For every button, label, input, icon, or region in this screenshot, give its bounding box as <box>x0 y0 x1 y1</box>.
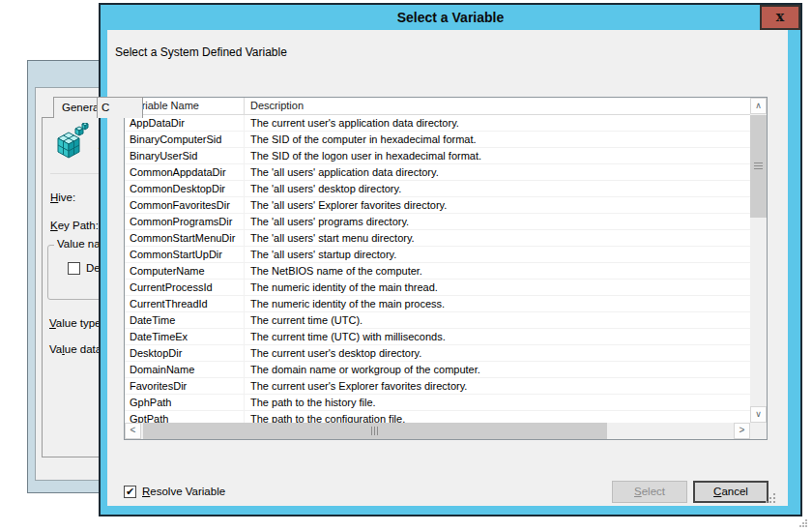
scroll-left-icon: < <box>130 425 136 435</box>
description-cell: The 'all users' programs directory. <box>245 214 750 229</box>
table-row[interactable]: CommonStartMenuDirThe 'all users' start … <box>125 230 750 247</box>
table-row[interactable]: GptPathThe path to the configuration fil… <box>125 411 750 423</box>
thumb-grip-icon <box>371 427 379 435</box>
scroll-down-button[interactable]: ∨ <box>750 406 767 423</box>
table-row[interactable]: DesktopDirThe current user's desktop dir… <box>125 345 750 362</box>
variable-name-cell: CurrentProcessId <box>125 280 245 295</box>
scroll-up-icon: ∧ <box>755 101 762 110</box>
description-cell: The 'all users' application data directo… <box>245 164 750 180</box>
default-checkbox[interactable] <box>68 262 80 275</box>
description-cell: The current user's application data dire… <box>245 115 750 131</box>
scroll-left-button[interactable]: < <box>125 423 141 439</box>
variable-name-cell: CommonFavoritesDir <box>125 197 245 213</box>
variable-name-cell: CommonAppdataDir <box>125 164 245 180</box>
variable-name-cell: ComputerName <box>125 263 245 279</box>
description-cell: The SID of the computer in hexadecimal f… <box>245 132 750 147</box>
scrollbar-corner <box>750 423 767 439</box>
vertical-scrollbar-thumb[interactable] <box>750 115 767 218</box>
description-cell: The current user's Explorer favorites di… <box>245 378 750 394</box>
table-row[interactable]: GphPathThe path to the history file. <box>125 395 750 411</box>
variable-name-cell: CommonStartUpDir <box>125 247 245 262</box>
variable-name-cell: CurrentThreadId <box>125 296 245 311</box>
horizontal-scrollbar[interactable]: < > <box>125 423 750 439</box>
table-row[interactable]: DomainNameThe domain name or workgroup o… <box>125 362 750 378</box>
table-row[interactable]: BinaryComputerSidThe SID of the computer… <box>125 132 750 148</box>
description-cell: The current time (UTC) with milliseconds… <box>245 329 750 344</box>
checkmark-icon: ✔ <box>126 486 134 497</box>
variable-name-cell: DesktopDir <box>125 345 245 361</box>
value-data-label: Value data <box>49 343 102 355</box>
tab-next-partial[interactable]: C <box>97 97 143 118</box>
listview-rows: AppDataDirThe current user's application… <box>125 115 750 423</box>
description-cell: The 'all users' startup directory. <box>245 247 750 262</box>
vertical-scrollbar[interactable]: ∧ ∨ <box>750 98 767 423</box>
table-row[interactable]: CommonDesktopDirThe 'all users' desktop … <box>125 181 750 197</box>
select-button[interactable]: Select <box>612 481 687 503</box>
table-row[interactable]: FavoritesDirThe current user's Explorer … <box>125 378 750 395</box>
variable-name-cell: DateTimeEx <box>125 329 245 344</box>
dialog-title: Select a Variable <box>397 10 505 25</box>
table-row[interactable]: DateTimeExThe current time (UTC) with mi… <box>125 329 750 345</box>
table-row[interactable]: CurrentThreadIdThe numeric identity of t… <box>125 296 750 312</box>
resize-grip[interactable] <box>764 491 776 504</box>
description-cell: The 'all users' Explorer favorites direc… <box>245 197 750 213</box>
close-button[interactable]: x <box>760 5 800 30</box>
listview-header: Variable Name Description <box>125 98 767 115</box>
registry-icon <box>52 123 89 160</box>
value-type-label: Value type <box>49 317 102 329</box>
scroll-right-icon: > <box>740 425 745 435</box>
description-cell: The path to the history file. <box>245 395 750 410</box>
description-cell: The 'all users' start menu directory. <box>245 230 750 246</box>
resolve-variable-checkbox[interactable]: ✔ <box>124 486 136 498</box>
variable-name-cell: CommonProgramsDir <box>125 214 245 229</box>
resolve-variable-label[interactable]: Resolve Variable <box>142 486 225 497</box>
scroll-right-button[interactable]: > <box>734 423 750 439</box>
variables-listview: Variable Name Description AppDataDirThe … <box>124 97 768 440</box>
variable-name-cell: DateTime <box>125 312 245 328</box>
value-name-group-label: Value na <box>54 238 103 250</box>
table-row[interactable]: CommonStartUpDirThe 'all users' startup … <box>125 247 750 263</box>
table-row[interactable]: AppDataDirThe current user's application… <box>125 115 750 132</box>
variable-name-cell: DomainName <box>125 362 245 377</box>
table-row[interactable]: DateTimeThe current time (UTC). <box>125 312 750 329</box>
description-cell: The numeric identity of the main thread. <box>245 280 750 295</box>
description-cell: The current time (UTC). <box>245 312 750 328</box>
hive-label: Hive: <box>50 192 75 203</box>
table-row[interactable]: CommonAppdataDirThe 'all users' applicat… <box>125 164 750 181</box>
horizontal-scrollbar-thumb[interactable] <box>143 423 607 439</box>
window-resize-grip[interactable] <box>798 519 808 528</box>
description-cell: The domain name or workgroup of the comp… <box>245 362 750 377</box>
table-row[interactable]: CommonProgramsDirThe 'all users' program… <box>125 214 750 230</box>
table-row[interactable]: CommonFavoritesDirThe 'all users' Explor… <box>125 197 750 214</box>
table-row[interactable]: CurrentProcessIdThe numeric identity of … <box>125 280 750 296</box>
close-icon: x <box>776 9 784 24</box>
variable-name-cell: BinaryUserSid <box>125 148 245 163</box>
description-cell: The numeric identity of the main process… <box>245 296 750 311</box>
variable-name-cell: CommonStartMenuDir <box>125 230 245 246</box>
dialog-body: Select a System Defined Variable Variabl… <box>107 30 788 506</box>
description-cell: The path to the configuration file. <box>245 411 750 423</box>
description-cell: The current user's desktop directory. <box>245 345 750 361</box>
cancel-button[interactable]: Cancel <box>693 481 768 503</box>
scroll-down-icon: ∨ <box>755 409 762 419</box>
variable-name-cell: FavoritesDir <box>125 378 245 394</box>
table-row[interactable]: BinaryUserSidThe SID of the logon user i… <box>125 148 750 164</box>
variable-name-cell: GptPath <box>125 411 245 423</box>
variable-name-cell: GphPath <box>125 395 245 410</box>
scroll-up-button[interactable]: ∧ <box>750 98 767 114</box>
column-header-description[interactable]: Description <box>245 98 767 114</box>
dialog-titlebar[interactable]: Select a Variable <box>101 5 800 31</box>
key-path-label: Key Path: <box>50 220 99 231</box>
select-a-variable-dialog: Select a Variable x Select a System Defi… <box>99 3 802 516</box>
thumb-grip-icon <box>754 162 763 170</box>
variable-name-cell: CommonDesktopDir <box>125 181 245 196</box>
dialog-header-label: Select a System Defined Variable <box>115 45 287 59</box>
table-row[interactable]: ComputerNameThe NetBIOS name of the comp… <box>125 263 750 280</box>
description-cell: The 'all users' desktop directory. <box>245 181 750 196</box>
variable-name-cell: BinaryComputerSid <box>125 132 245 147</box>
description-cell: The SID of the logon user in hexadecimal… <box>245 148 750 163</box>
description-cell: The NetBIOS name of the computer. <box>245 263 750 279</box>
